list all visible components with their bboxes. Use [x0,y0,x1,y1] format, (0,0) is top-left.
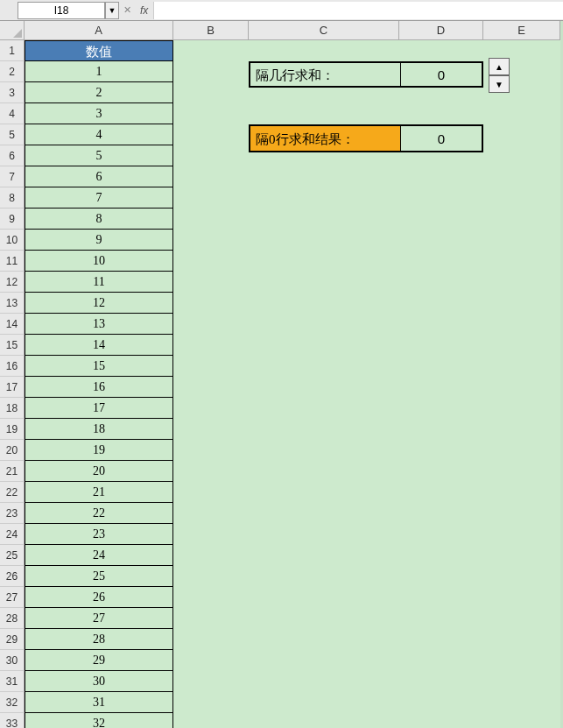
data-cell[interactable]: 26 [25,587,173,608]
col-header-E[interactable]: E [483,21,560,40]
row-header[interactable]: 32 [0,692,25,713]
row-header[interactable]: 25 [0,545,25,566]
row-header[interactable]: 9 [0,209,25,230]
data-cell[interactable]: 31 [25,692,173,713]
row-headers: 1234567891011121314151617181920212223242… [0,40,25,728]
column-A-data: 数值 1234567891011121314151617181920212223… [25,40,173,728]
result-value[interactable]: 0 [400,126,482,151]
data-cell[interactable]: 11 [25,272,173,293]
data-cell[interactable]: 16 [25,377,173,398]
data-cell[interactable]: 10 [25,251,173,272]
data-cell[interactable]: 32 [25,713,173,728]
row-header[interactable]: 12 [0,272,25,293]
data-cell[interactable]: 24 [25,545,173,566]
data-cell[interactable]: 6 [25,166,173,187]
data-cell[interactable]: 9 [25,230,173,251]
col-header-D[interactable]: D [399,21,483,40]
row-header[interactable]: 5 [0,124,25,145]
row-header[interactable]: 6 [0,145,25,166]
row-header[interactable]: 8 [0,187,25,209]
data-cell[interactable]: 13 [25,314,173,335]
row-header[interactable]: 24 [0,524,25,545]
row-header[interactable]: 18 [0,398,25,419]
data-cell[interactable]: 4 [25,124,173,145]
data-cell[interactable]: 23 [25,524,173,545]
data-cell[interactable]: 22 [25,503,173,524]
grid[interactable]: 数值 1234567891011121314151617181920212223… [25,40,560,728]
data-cell[interactable]: 30 [25,671,173,692]
row-header[interactable]: 1 [0,40,25,61]
formula-input[interactable] [153,2,563,19]
row-header[interactable]: 2 [0,61,25,82]
data-cell[interactable]: 1 [25,61,173,82]
name-box[interactable]: I18 [18,2,105,19]
row-header[interactable]: 10 [0,230,25,251]
data-cell[interactable]: 20 [25,461,173,482]
row-header[interactable]: 20 [0,440,25,461]
fx-label[interactable]: fx [135,4,153,17]
row-header[interactable]: 21 [0,461,25,482]
select-all-corner[interactable] [0,21,25,40]
data-cell[interactable]: 5 [25,145,173,166]
row-header[interactable]: 28 [0,608,25,629]
col-header-C[interactable]: C [249,21,399,40]
row-header[interactable]: 4 [0,103,25,124]
data-cell[interactable]: 25 [25,566,173,587]
formula-bar: I18 ▼ ✕ fx [0,0,563,21]
row-header[interactable]: 11 [0,251,25,272]
row-header[interactable]: 31 [0,671,25,692]
column-headers: A B C D E [25,21,560,40]
data-cell[interactable]: 17 [25,398,173,419]
row-header[interactable]: 3 [0,82,25,103]
row-header[interactable]: 29 [0,629,25,650]
result-label: 隔0行求和结果： [250,126,400,151]
data-cell[interactable]: 27 [25,608,173,629]
spinner-control: ▲ ▼ [489,58,510,93]
spinner-up-button[interactable]: ▲ [489,58,510,75]
data-cell[interactable]: 14 [25,335,173,356]
cancel-icon[interactable]: ✕ [119,4,135,16]
column-A-header-cell[interactable]: 数值 [25,40,173,61]
row-header[interactable]: 27 [0,587,25,608]
col-header-A[interactable]: A [25,21,173,40]
row-header[interactable]: 15 [0,335,25,356]
row-header[interactable]: 7 [0,166,25,187]
row-header[interactable]: 17 [0,377,25,398]
data-cell[interactable]: 2 [25,82,173,103]
data-cell[interactable]: 15 [25,356,173,377]
data-cell[interactable]: 8 [25,209,173,230]
interval-input-box: 隔几行求和： 0 [249,61,483,88]
row-header[interactable]: 19 [0,419,25,440]
row-header[interactable]: 30 [0,650,25,671]
data-cell[interactable]: 21 [25,482,173,503]
data-cell[interactable]: 18 [25,419,173,440]
data-cell[interactable]: 28 [25,629,173,650]
col-header-B[interactable]: B [173,21,249,40]
result-box: 隔0行求和结果： 0 [249,124,483,152]
row-header[interactable]: 22 [0,482,25,503]
name-box-dropdown-icon[interactable]: ▼ [105,2,119,19]
data-cell[interactable]: 7 [25,187,173,209]
row-header[interactable]: 14 [0,314,25,335]
row-header[interactable]: 33 [0,713,25,728]
row-header[interactable]: 16 [0,356,25,377]
row-header[interactable]: 26 [0,566,25,587]
spinner-down-button[interactable]: ▼ [489,75,510,93]
data-cell[interactable]: 12 [25,293,173,314]
row-header[interactable]: 23 [0,503,25,524]
interval-value[interactable]: 0 [400,63,482,86]
data-cell[interactable]: 3 [25,103,173,124]
data-cell[interactable]: 19 [25,440,173,461]
interval-label: 隔几行求和： [250,63,400,86]
row-header[interactable]: 13 [0,293,25,314]
data-cell[interactable]: 29 [25,650,173,671]
